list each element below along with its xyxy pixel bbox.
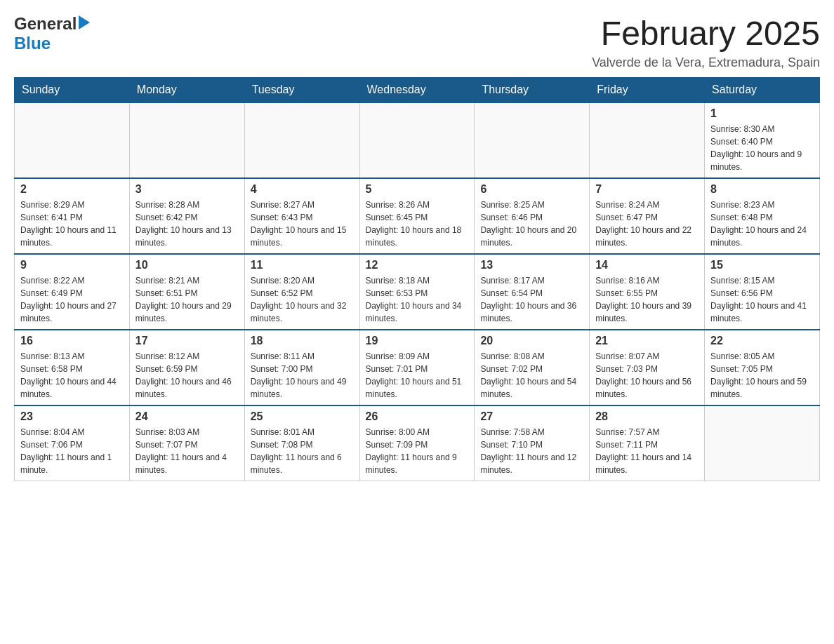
day-info: Sunrise: 8:20 AM Sunset: 6:52 PM Dayligh… (251, 274, 354, 325)
logo-general-text: General (14, 14, 77, 34)
day-info: Sunrise: 8:25 AM Sunset: 6:46 PM Dayligh… (480, 199, 583, 249)
day-number: 10 (135, 259, 239, 271)
calendar-cell: 3Sunrise: 8:28 AM Sunset: 6:42 PM Daylig… (129, 178, 244, 254)
day-info: Sunrise: 8:16 AM Sunset: 6:55 PM Dayligh… (595, 274, 699, 325)
day-number: 19 (366, 335, 469, 347)
calendar-cell: 6Sunrise: 8:25 AM Sunset: 6:46 PM Daylig… (475, 178, 590, 254)
calendar-cell: 18Sunrise: 8:11 AM Sunset: 7:00 PM Dayli… (244, 330, 359, 405)
day-number: 26 (366, 410, 469, 423)
weekday-header-row: SundayMondayTuesdayWednesdayThursdayFrid… (15, 78, 820, 103)
calendar-cell: 5Sunrise: 8:26 AM Sunset: 6:45 PM Daylig… (359, 178, 475, 254)
calendar-cell: 15Sunrise: 8:15 AM Sunset: 6:56 PM Dayli… (705, 254, 820, 330)
day-number: 17 (135, 335, 239, 347)
calendar-cell: 4Sunrise: 8:27 AM Sunset: 6:43 PM Daylig… (244, 178, 359, 254)
calendar-cell: 22Sunrise: 8:05 AM Sunset: 7:05 PM Dayli… (705, 330, 820, 405)
logo-arrow-icon (79, 15, 90, 29)
calendar-cell: 13Sunrise: 8:17 AM Sunset: 6:54 PM Dayli… (475, 254, 590, 330)
weekday-header-sunday: Sunday (15, 78, 130, 103)
day-number: 15 (710, 259, 814, 271)
location-subtitle: Valverde de la Vera, Extremadura, Spain (592, 55, 820, 70)
day-info: Sunrise: 8:01 AM Sunset: 7:08 PM Dayligh… (251, 426, 354, 476)
calendar-cell: 17Sunrise: 8:12 AM Sunset: 6:59 PM Dayli… (129, 330, 244, 405)
day-number: 20 (480, 335, 583, 347)
calendar-cell: 27Sunrise: 7:58 AM Sunset: 7:10 PM Dayli… (475, 405, 590, 481)
day-info: Sunrise: 8:15 AM Sunset: 6:56 PM Dayligh… (710, 274, 814, 325)
month-title: February 2025 (592, 14, 820, 53)
calendar-week-row: 1Sunrise: 8:30 AM Sunset: 6:40 PM Daylig… (15, 102, 820, 178)
day-info: Sunrise: 8:27 AM Sunset: 6:43 PM Dayligh… (251, 199, 354, 249)
title-section: February 2025 Valverde de la Vera, Extre… (592, 14, 820, 70)
calendar-cell (129, 102, 244, 178)
weekday-header-tuesday: Tuesday (244, 78, 359, 103)
calendar-week-row: 2Sunrise: 8:29 AM Sunset: 6:41 PM Daylig… (15, 178, 820, 254)
day-number: 11 (251, 259, 354, 271)
day-info: Sunrise: 8:29 AM Sunset: 6:41 PM Dayligh… (20, 199, 124, 249)
day-info: Sunrise: 8:24 AM Sunset: 6:47 PM Dayligh… (595, 199, 699, 249)
day-info: Sunrise: 8:03 AM Sunset: 7:07 PM Dayligh… (135, 426, 239, 476)
day-number: 21 (595, 335, 699, 347)
calendar-cell: 25Sunrise: 8:01 AM Sunset: 7:08 PM Dayli… (244, 405, 359, 481)
day-number: 28 (595, 410, 699, 423)
day-number: 5 (366, 183, 469, 196)
day-info: Sunrise: 8:07 AM Sunset: 7:03 PM Dayligh… (595, 350, 699, 401)
calendar-cell: 16Sunrise: 8:13 AM Sunset: 6:58 PM Dayli… (15, 330, 130, 405)
day-number: 8 (710, 183, 814, 196)
calendar-cell: 23Sunrise: 8:04 AM Sunset: 7:06 PM Dayli… (15, 405, 130, 481)
day-info: Sunrise: 8:23 AM Sunset: 6:48 PM Dayligh… (710, 199, 814, 249)
day-number: 13 (480, 259, 583, 271)
calendar-cell: 19Sunrise: 8:09 AM Sunset: 7:01 PM Dayli… (359, 330, 475, 405)
day-number: 3 (135, 183, 239, 196)
calendar-cell: 9Sunrise: 8:22 AM Sunset: 6:49 PM Daylig… (15, 254, 130, 330)
page-header: General Blue February 2025 Valverde de l… (14, 14, 820, 70)
calendar-cell (359, 102, 475, 178)
day-info: Sunrise: 8:05 AM Sunset: 7:05 PM Dayligh… (710, 350, 814, 401)
calendar-cell: 1Sunrise: 8:30 AM Sunset: 6:40 PM Daylig… (705, 102, 820, 178)
day-number: 25 (251, 410, 354, 423)
day-number: 22 (710, 335, 814, 347)
day-number: 12 (366, 259, 469, 271)
day-info: Sunrise: 8:28 AM Sunset: 6:42 PM Dayligh… (135, 199, 239, 249)
calendar-week-row: 9Sunrise: 8:22 AM Sunset: 6:49 PM Daylig… (15, 254, 820, 330)
calendar-table: SundayMondayTuesdayWednesdayThursdayFrid… (14, 77, 820, 481)
calendar-cell (244, 102, 359, 178)
day-number: 6 (480, 183, 583, 196)
weekday-header-wednesday: Wednesday (359, 78, 475, 103)
calendar-cell: 28Sunrise: 7:57 AM Sunset: 7:11 PM Dayli… (590, 405, 705, 481)
day-number: 1 (710, 107, 814, 120)
day-info: Sunrise: 7:57 AM Sunset: 7:11 PM Dayligh… (595, 426, 699, 476)
weekday-header-saturday: Saturday (705, 78, 820, 103)
day-info: Sunrise: 7:58 AM Sunset: 7:10 PM Dayligh… (480, 426, 583, 476)
calendar-week-row: 16Sunrise: 8:13 AM Sunset: 6:58 PM Dayli… (15, 330, 820, 405)
weekday-header-monday: Monday (129, 78, 244, 103)
day-info: Sunrise: 8:13 AM Sunset: 6:58 PM Dayligh… (20, 350, 124, 401)
calendar-cell: 2Sunrise: 8:29 AM Sunset: 6:41 PM Daylig… (15, 178, 130, 254)
day-number: 27 (480, 410, 583, 423)
weekday-header-friday: Friday (590, 78, 705, 103)
day-info: Sunrise: 8:17 AM Sunset: 6:54 PM Dayligh… (480, 274, 583, 325)
day-info: Sunrise: 8:30 AM Sunset: 6:40 PM Dayligh… (710, 123, 814, 173)
calendar-cell: 7Sunrise: 8:24 AM Sunset: 6:47 PM Daylig… (590, 178, 705, 254)
calendar-cell: 11Sunrise: 8:20 AM Sunset: 6:52 PM Dayli… (244, 254, 359, 330)
calendar-cell: 21Sunrise: 8:07 AM Sunset: 7:03 PM Dayli… (590, 330, 705, 405)
calendar-cell: 14Sunrise: 8:16 AM Sunset: 6:55 PM Dayli… (590, 254, 705, 330)
calendar-cell: 8Sunrise: 8:23 AM Sunset: 6:48 PM Daylig… (705, 178, 820, 254)
day-info: Sunrise: 8:08 AM Sunset: 7:02 PM Dayligh… (480, 350, 583, 401)
logo-blue-text: Blue (14, 34, 51, 53)
calendar-cell (475, 102, 590, 178)
logo: General Blue (14, 14, 90, 53)
day-info: Sunrise: 8:09 AM Sunset: 7:01 PM Dayligh… (366, 350, 469, 401)
day-number: 2 (20, 183, 124, 196)
day-info: Sunrise: 8:11 AM Sunset: 7:00 PM Dayligh… (251, 350, 354, 401)
day-number: 7 (595, 183, 699, 196)
day-info: Sunrise: 8:21 AM Sunset: 6:51 PM Dayligh… (135, 274, 239, 325)
calendar-cell (15, 102, 130, 178)
day-number: 23 (20, 410, 124, 423)
day-info: Sunrise: 8:26 AM Sunset: 6:45 PM Dayligh… (366, 199, 469, 249)
calendar-cell: 24Sunrise: 8:03 AM Sunset: 7:07 PM Dayli… (129, 405, 244, 481)
day-number: 14 (595, 259, 699, 271)
day-info: Sunrise: 8:12 AM Sunset: 6:59 PM Dayligh… (135, 350, 239, 401)
calendar-cell: 12Sunrise: 8:18 AM Sunset: 6:53 PM Dayli… (359, 254, 475, 330)
calendar-week-row: 23Sunrise: 8:04 AM Sunset: 7:06 PM Dayli… (15, 405, 820, 481)
day-number: 24 (135, 410, 239, 423)
calendar-cell (705, 405, 820, 481)
